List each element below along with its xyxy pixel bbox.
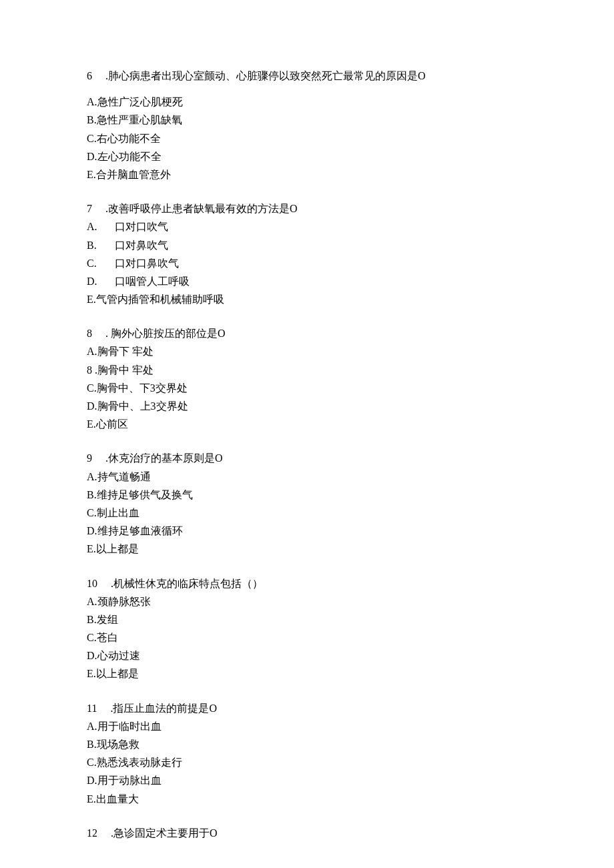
option-c: C.制止出血	[87, 504, 527, 522]
option-c: C.右心功能不全	[87, 129, 527, 147]
option-a: A.胸骨下 牢处	[87, 342, 527, 360]
option-a: A.持气道畅通	[87, 468, 527, 486]
option-c: C.熟悉浅表动脉走行	[87, 753, 527, 771]
question-number: 6	[87, 70, 92, 81]
question-8: 8. 胸外心脏按压的部位是O A.胸骨下 牢处 8 .胸骨中 牢处 C.胸骨中、…	[87, 324, 527, 433]
option-a: A.急性广泛心肌梗死	[87, 93, 527, 111]
question-body: .改善呼吸停止患者缺氧最有效的方法是O	[105, 203, 298, 214]
question-body: .机械性休克的临床特点包括（）	[111, 578, 263, 589]
question-text: 11.指压止血法的前提是O	[87, 699, 527, 717]
question-body: .肺心病患者出现心室颤动、心脏骤停以致突然死亡最常见的原因是O	[105, 70, 426, 81]
question-number: 10	[87, 578, 97, 589]
question-10: 10.机械性休克的临床特点包括（） A.颈静脉怒张 B.发组 C.苍白 D.心动…	[87, 574, 527, 683]
option-label: 口对口吹气	[115, 221, 168, 232]
question-body: .指压止血法的前提是O	[110, 703, 217, 714]
option-b: B.急性严重心肌缺氧	[87, 111, 527, 129]
option-e: E.以上都是	[87, 665, 527, 683]
option-c: C.苍白	[87, 628, 527, 646]
question-7: 7.改善呼吸停止患者缺氧最有效的方法是O A.口对口吹气 B.口对鼻吹气 C.口…	[87, 199, 527, 308]
option-letter: D.	[87, 272, 97, 290]
option-b: 8 .胸骨中 牢处	[87, 361, 527, 379]
option-b: B.维持足够供气及换气	[87, 486, 527, 504]
question-number: 8	[87, 328, 92, 339]
option-letter: A.	[87, 218, 97, 236]
option-d: D.胸骨中、上3交界处	[87, 397, 527, 415]
question-text: 6.肺心病患者出现心室颤动、心脏骤停以致突然死亡最常见的原因是O	[87, 67, 527, 85]
option-label: 口对鼻吹气	[115, 240, 168, 251]
option-d: D.用于动脉出血	[87, 771, 527, 789]
option-d: D.口咽管人工呼吸	[87, 272, 527, 290]
option-label: 口咽管人工呼吸	[115, 276, 190, 287]
option-e: E.以上都是	[87, 540, 527, 558]
question-number: 9	[87, 452, 92, 464]
option-c: C.口对口鼻吹气	[87, 254, 527, 272]
question-text: 9.休克治疗的基本原则是O	[87, 449, 527, 467]
question-body: .休克治疗的基本原则是O	[105, 452, 223, 464]
option-d: D.心动过速	[87, 646, 527, 665]
option-c: C.胸骨中、下3交界处	[87, 379, 527, 397]
option-e: E.合并脑血管意外	[87, 165, 527, 183]
question-number: 7	[87, 203, 92, 214]
option-a: A.颈静脉怒张	[87, 592, 527, 610]
question-9: 9.休克治疗的基本原则是O A.持气道畅通 B.维持足够供气及换气 C.制止出血…	[87, 449, 527, 558]
question-body: . 胸外心脏按压的部位是O	[105, 328, 226, 339]
question-number: 12	[87, 827, 97, 839]
question-body: .急诊固定术主要用于O	[111, 827, 218, 839]
question-6: 6.肺心病患者出现心室颤动、心脏骤停以致突然死亡最常见的原因是O A.急性广泛心…	[87, 67, 527, 183]
option-label: 口对口鼻吹气	[115, 258, 179, 269]
question-text: 8. 胸外心脏按压的部位是O	[87, 324, 527, 342]
question-text: 12.急诊固定术主要用于O	[87, 824, 527, 842]
option-letter: C.	[87, 254, 97, 272]
question-12: 12.急诊固定术主要用于O	[87, 824, 527, 842]
option-e: E.气管内插管和机械辅助呼吸	[87, 290, 527, 308]
option-e: E.出血量大	[87, 790, 527, 808]
document-page: 6.肺心病患者出现心室颤动、心脏骤停以致突然死亡最常见的原因是O A.急性广泛心…	[0, 0, 614, 868]
option-e: E.心前区	[87, 415, 527, 433]
question-number: 11	[87, 703, 97, 714]
option-b: B.现场急救	[87, 735, 527, 753]
option-letter: B.	[87, 236, 97, 254]
question-text: 7.改善呼吸停止患者缺氧最有效的方法是O	[87, 199, 527, 218]
option-b: B.口对鼻吹气	[87, 236, 527, 254]
option-b: B.发组	[87, 610, 527, 628]
option-a: A.口对口吹气	[87, 218, 527, 236]
question-text: 10.机械性休克的临床特点包括（）	[87, 574, 527, 592]
option-a: A.用于临时出血	[87, 717, 527, 735]
question-11: 11.指压止血法的前提是O A.用于临时出血 B.现场急救 C.熟悉浅表动脉走行…	[87, 699, 527, 808]
option-d: D.左心功能不全	[87, 147, 527, 165]
option-d: D.维持足够血液循环	[87, 522, 527, 540]
